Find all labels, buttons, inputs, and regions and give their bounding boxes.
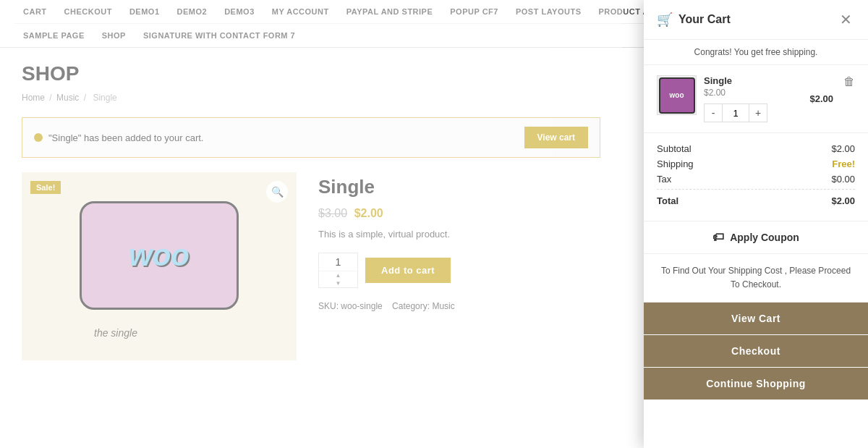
cart-view-cart-button[interactable]: View Cart: [644, 303, 868, 334]
cart-panel-title: Your Cart: [678, 13, 731, 26]
cart-panel-header: 🛒 Your Cart ✕: [644, 0, 868, 40]
cart-quantity-input[interactable]: [723, 103, 749, 122]
cart-close-button[interactable]: ✕: [837, 12, 855, 27]
coupon-icon: 🏷: [712, 231, 724, 244]
cart-continue-shopping-button[interactable]: Continue Shopping: [644, 368, 868, 375]
cart-item: woo Single $2.00 - + $2.00 🗑: [644, 65, 868, 133]
cart-header-left: 🛒 Your Cart: [657, 12, 731, 28]
apply-coupon-label: Apply Coupon: [730, 232, 799, 243]
cart-subtotal-row: Subtotal $2.00: [657, 143, 855, 154]
total-label: Total: [657, 195, 678, 206]
cart-item-price: $2.00: [704, 88, 793, 98]
cart-tax-row: Tax $0.00: [657, 174, 855, 185]
cart-item-total: $2.00: [801, 93, 833, 104]
cart-free-shipping-notice: Congrats! You get free shipping.: [644, 40, 868, 65]
apply-coupon-button[interactable]: 🏷 Apply Coupon: [644, 221, 868, 254]
cart-shipping-row: Shipping Free!: [657, 159, 855, 169]
subtotal-label: Subtotal: [657, 143, 692, 154]
cart-total-row: Total $2.00: [657, 189, 855, 206]
cart-overlay: [0, 0, 622, 375]
cart-panel: 🛒 Your Cart ✕ Congrats! You get free shi…: [644, 0, 868, 375]
cart-totals: Subtotal $2.00 Shipping Free! Tax $0.00 …: [644, 133, 868, 221]
cart-item-name: Single: [704, 75, 793, 86]
cart-qty-decrease-button[interactable]: -: [704, 103, 723, 122]
cart-item-thumbnail: woo: [659, 77, 695, 114]
cart-icon: 🛒: [657, 12, 673, 28]
cart-qty-increase-button[interactable]: +: [749, 103, 767, 122]
total-value: $2.00: [831, 195, 855, 206]
tax-value: $0.00: [831, 174, 855, 185]
cart-checkout-button[interactable]: Checkout: [644, 335, 868, 367]
shipping-value: Free!: [832, 159, 855, 169]
subtotal-value: $2.00: [831, 143, 855, 154]
cart-item-info: Single $2.00 - +: [704, 75, 793, 122]
cart-item-image: woo: [657, 75, 697, 115]
tax-label: Tax: [657, 174, 671, 185]
shipping-note: To Find Out Your Shipping Cost , Please …: [644, 254, 868, 303]
cart-actions: View Cart Checkout Continue Shopping: [644, 303, 868, 375]
cart-item-delete-button[interactable]: 🗑: [843, 75, 855, 88]
shipping-label: Shipping: [657, 159, 694, 169]
cart-quantity-controls: - +: [704, 103, 793, 122]
